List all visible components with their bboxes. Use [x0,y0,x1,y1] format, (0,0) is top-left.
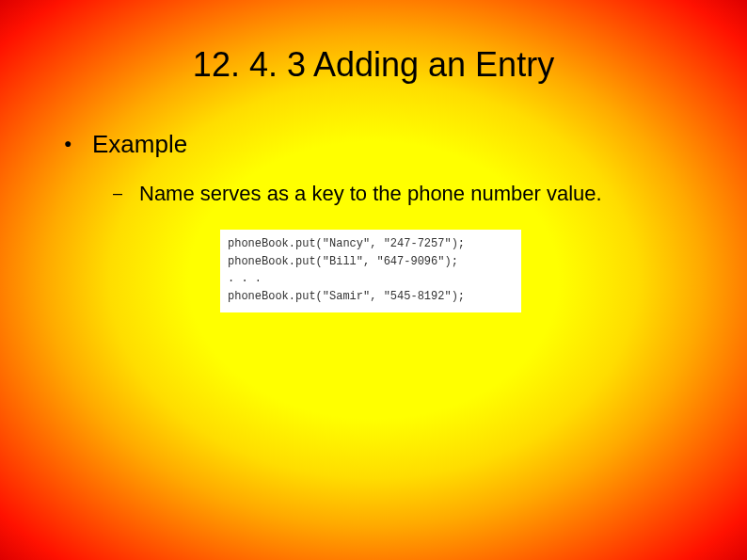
bullet-item-example: Example Name serves as a key to the phon… [64,130,602,206]
code-line-1: phoneBook.put("Nancy", "247-7257"); [228,237,465,250]
code-snippet: phoneBook.put("Nancy", "247-7257"); phon… [220,230,521,312]
bullet-text: Example [92,130,187,158]
sub-list: Name serves as a key to the phone number… [113,182,602,206]
bullet-list: Example Name serves as a key to the phon… [64,130,602,206]
slide-title: 12. 4. 3 Adding an Entry [0,45,747,85]
code-line-3: . . . [228,272,262,285]
code-line-4: phoneBook.put("Samir", "545-8192"); [228,290,465,303]
code-line-2: phoneBook.put("Bill", "647-9096"); [228,255,458,268]
sub-item: Name serves as a key to the phone number… [113,182,602,206]
slide: 12. 4. 3 Adding an Entry Example Name se… [0,0,747,560]
sub-text: Name serves as a key to the phone number… [139,182,602,205]
